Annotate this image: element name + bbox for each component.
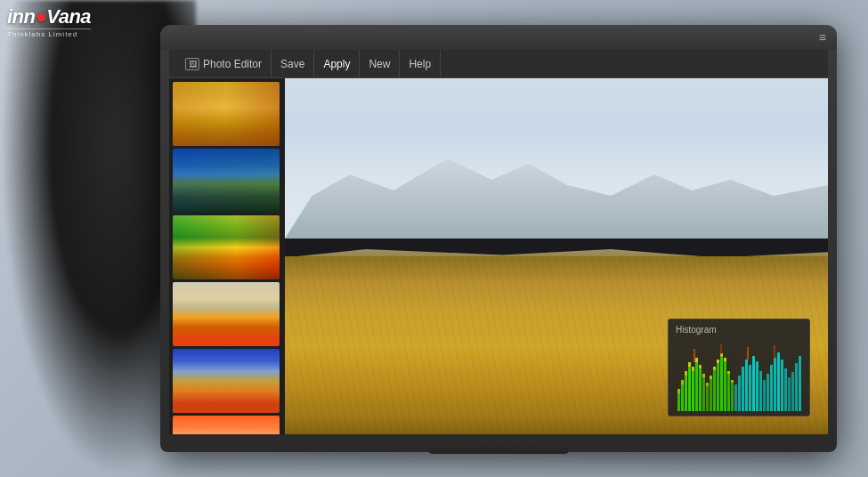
svg-rect-31: [731, 383, 734, 411]
filmstrip-thumb-2[interactable]: [173, 149, 280, 213]
monitor-topbar: ≡: [160, 25, 837, 50]
svg-rect-39: [759, 371, 762, 411]
svg-rect-27: [717, 363, 719, 411]
svg-rect-44: [777, 352, 780, 411]
filmstrip-panel: [169, 78, 285, 434]
photo-icon: 🖼: [185, 58, 199, 70]
svg-rect-52: [720, 344, 722, 355]
svg-rect-30: [727, 374, 730, 411]
filmstrip-thumb-4[interactable]: [173, 282, 280, 346]
svg-rect-21: [695, 362, 698, 411]
svg-rect-46: [784, 368, 787, 411]
svg-rect-33: [738, 376, 741, 411]
filmstrip-thumb-5[interactable]: [173, 349, 280, 413]
svg-rect-18: [685, 376, 687, 411]
svg-rect-41: [767, 374, 769, 411]
svg-rect-34: [742, 367, 744, 411]
svg-rect-20: [692, 371, 694, 411]
menu-lines-icon: ≡: [819, 31, 826, 44]
brand-tagline: Thinklabs Limited: [7, 30, 77, 38]
svg-rect-37: [752, 356, 755, 411]
histogram-chart: [676, 340, 804, 411]
monitor-stand: [427, 445, 570, 454]
editor-body: Histogram: [169, 78, 828, 434]
monitor: ≡ 🖼 Photo Editor Save Apply New Help: [160, 25, 837, 452]
menu-save[interactable]: Save: [272, 50, 314, 78]
svg-rect-19: [688, 367, 691, 411]
svg-rect-48: [791, 372, 794, 411]
svg-rect-28: [720, 356, 723, 411]
svg-rect-40: [763, 380, 766, 411]
svg-rect-29: [724, 361, 726, 411]
svg-rect-50: [799, 356, 801, 411]
svg-rect-45: [781, 360, 783, 411]
svg-rect-51: [694, 349, 695, 362]
svg-rect-36: [749, 365, 751, 411]
histogram-title: Histogram: [676, 325, 802, 335]
svg-rect-23: [702, 377, 705, 411]
svg-rect-35: [745, 360, 748, 411]
brand-divider: [7, 28, 91, 29]
svg-rect-32: [734, 384, 737, 411]
menu-photo-editor[interactable]: 🖼 Photo Editor: [176, 50, 272, 78]
filmstrip-thumb-1[interactable]: [173, 82, 280, 146]
main-canvas[interactable]: Histogram: [285, 78, 828, 434]
svg-rect-16: [677, 393, 680, 411]
svg-rect-49: [795, 363, 798, 411]
svg-rect-53: [747, 347, 749, 360]
filmstrip-thumb-6[interactable]: [173, 416, 280, 434]
svg-rect-38: [756, 361, 758, 411]
svg-rect-26: [713, 370, 716, 411]
svg-rect-24: [706, 386, 709, 411]
screen: 🖼 Photo Editor Save Apply New Help: [169, 50, 828, 434]
menu-help[interactable]: Help: [400, 50, 441, 78]
filmstrip-thumb-3[interactable]: [173, 215, 280, 279]
svg-rect-17: [681, 384, 684, 411]
menu-new[interactable]: New: [360, 50, 400, 78]
svg-rect-43: [774, 358, 776, 411]
menu-bar: 🖼 Photo Editor Save Apply New Help: [169, 50, 828, 78]
svg-rect-25: [710, 379, 712, 411]
brand-name: inn●Vana: [7, 7, 91, 27]
menu-apply[interactable]: Apply: [314, 50, 360, 78]
brand-logo: inn●Vana Thinklabs Limited: [7, 7, 91, 38]
svg-rect-47: [788, 377, 791, 411]
svg-rect-42: [770, 365, 773, 411]
histogram-panel: Histogram: [668, 319, 810, 416]
histogram-canvas: [676, 340, 804, 411]
svg-rect-22: [699, 368, 702, 411]
svg-rect-54: [774, 345, 775, 360]
